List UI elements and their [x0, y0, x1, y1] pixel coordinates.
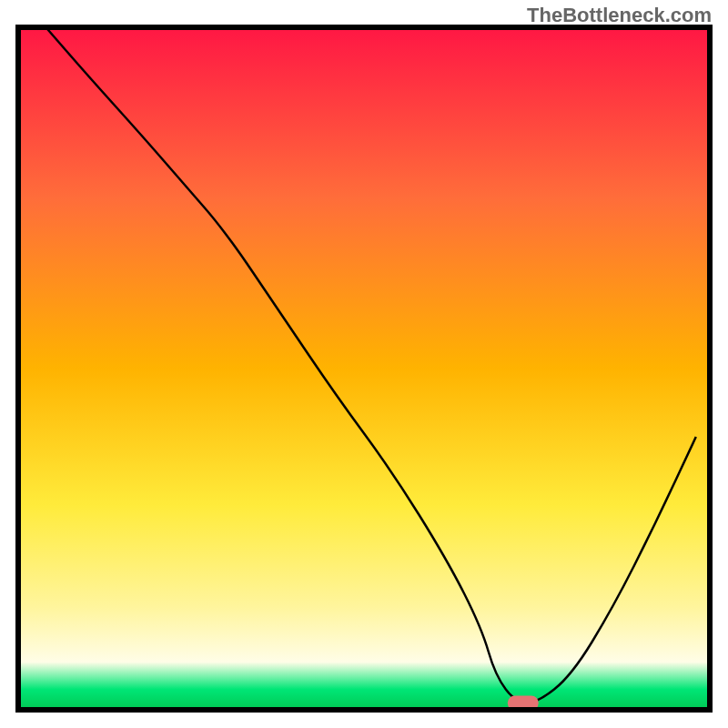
- bottleneck-chart: [0, 0, 728, 728]
- watermark-text: TheBottleneck.com: [527, 4, 712, 27]
- plot-background: [18, 27, 710, 710]
- chart-container: TheBottleneck.com: [0, 0, 728, 728]
